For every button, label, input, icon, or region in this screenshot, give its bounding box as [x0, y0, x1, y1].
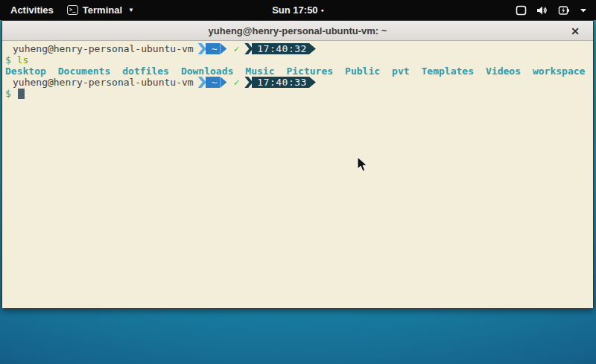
powerline-arrow-icon: [220, 77, 226, 88]
directory-name: pvt: [392, 66, 409, 77]
prompt-path-segment: ~: [198, 43, 227, 54]
ls-output-line: DesktopDocumentsdotfilesDownloadsMusicPi…: [5, 66, 593, 77]
notification-dot-icon: ●: [321, 7, 324, 13]
terminal-content[interactable]: yuheng@henry-personal-ubuntu-vm ~ ✓ 17:4…: [2, 41, 593, 308]
prompt-username: yuheng@henry-personal-ubuntu-vm: [13, 43, 194, 54]
terminal-icon: >_: [67, 5, 78, 15]
close-button[interactable]: ✕: [566, 21, 584, 41]
volume-icon: [536, 5, 548, 16]
directory-name: dotfiles: [122, 66, 169, 77]
window-titlebar[interactable]: yuheng@henry-personal-ubuntu-vm: ~ ✕: [2, 21, 593, 41]
directory-name: Public: [345, 66, 380, 77]
chevron-down-icon: ▼: [128, 7, 134, 13]
shell-prompt-symbol: $: [5, 54, 11, 66]
directory-name: Pictures: [286, 66, 333, 77]
success-check-icon: ✓: [233, 77, 239, 88]
prompt-line-1: yuheng@henry-personal-ubuntu-vm ~ ✓ 17:4…: [5, 43, 593, 54]
directory-name: Desktop: [5, 66, 46, 77]
chevron-down-icon: [580, 7, 587, 13]
activities-button[interactable]: Activities: [10, 4, 54, 16]
prompt-time-segment: 17:40:32: [244, 43, 316, 54]
app-menu-label: Terminal: [83, 4, 122, 16]
powerline-arrow-icon: [309, 77, 316, 88]
command-line: $ ls: [5, 54, 593, 66]
text-cursor: [18, 89, 25, 99]
system-status-area[interactable]: [516, 5, 596, 16]
terminal-window: yuheng@henry-personal-ubuntu-vm: ~ ✕ yuh…: [1, 20, 594, 309]
battery-charging-icon: [558, 5, 570, 16]
directory-name: Templates: [422, 66, 474, 77]
typed-command: ls: [17, 54, 29, 66]
directory-name: workspace: [533, 66, 585, 77]
success-check-icon: ✓: [233, 43, 239, 54]
clock-label: Sun 17:50: [272, 4, 317, 16]
prompt-username: yuheng@henry-personal-ubuntu-vm: [13, 77, 194, 88]
prompt-timestamp: 17:40:33: [252, 77, 309, 88]
app-menu-terminal[interactable]: >_ Terminal ▼: [67, 4, 134, 16]
directory-name: Videos: [486, 66, 521, 77]
top-bar: Activities >_ Terminal ▼ Sun 17:50●: [0, 0, 596, 20]
prompt-path: ~: [206, 77, 221, 88]
prompt-line-2: yuheng@henry-personal-ubuntu-vm ~ ✓ 17:4…: [5, 77, 593, 88]
shell-prompt-symbol: $: [5, 88, 11, 99]
directory-name: Documents: [58, 66, 110, 77]
prompt-timestamp: 17:40:32: [252, 43, 309, 54]
prompt-time-segment: 17:40:33: [244, 77, 316, 88]
window-title: yuheng@henry-personal-ubuntu-vm: ~: [209, 25, 387, 36]
powerline-arrow-icon: [220, 43, 226, 54]
prompt-path-segment: ~: [198, 77, 227, 88]
directory-name: Music: [245, 66, 274, 77]
prompt-path: ~: [206, 43, 221, 54]
input-line[interactable]: $: [5, 88, 593, 99]
clock-button[interactable]: Sun 17:50●: [272, 4, 324, 16]
directory-name: Downloads: [181, 66, 233, 77]
powerline-arrow-icon: [309, 43, 316, 54]
screen-icon: [516, 5, 527, 16]
